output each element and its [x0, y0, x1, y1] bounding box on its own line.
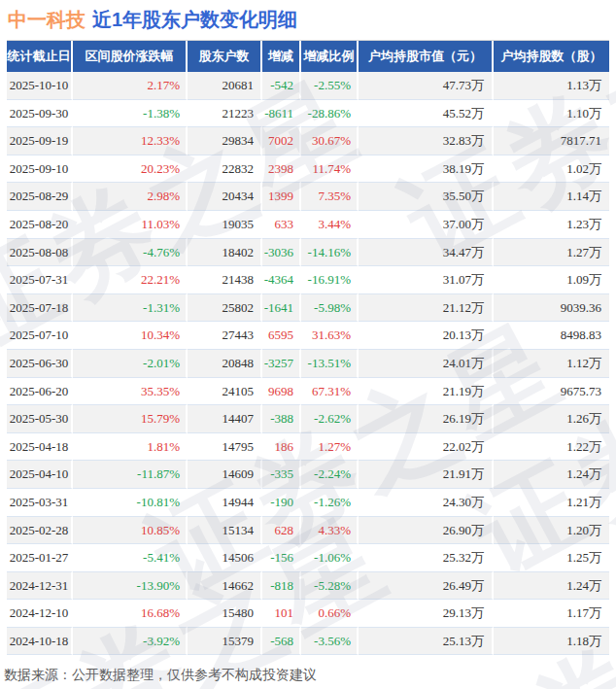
- price-change-cell: 10.34%: [73, 322, 188, 350]
- holders-table-wrapper: 统计截止日区间股价涨跌幅股东户数增减增减比例户均持股市值（元）户均持股数（股） …: [7, 40, 609, 655]
- price-change-cell: 22.21%: [73, 266, 188, 294]
- date-cell: 2025-05-30: [7, 405, 73, 433]
- holders-delta-cell: 6595: [262, 322, 301, 350]
- date-cell: 2025-01-27: [7, 544, 73, 572]
- avg-market-value-cell: 38.19万: [359, 155, 494, 184]
- holders-count-cell: 14795: [188, 433, 262, 462]
- delta-ratio-cell: -5.28%: [301, 572, 359, 601]
- avg-shares-cell: 1.22万: [494, 433, 609, 462]
- table-row: 2025-08-08-4.76%18402-3036-14.16%34.47万1…: [7, 239, 609, 267]
- holders-count-cell: 19035: [188, 211, 262, 239]
- holders-delta-cell: 2398: [262, 155, 301, 184]
- holders-delta-cell: -3257: [262, 350, 301, 378]
- date-cell: 2025-09-30: [7, 100, 73, 128]
- delta-ratio-cell: -14.16%: [301, 239, 359, 267]
- holders-delta-cell: -156: [262, 544, 301, 572]
- avg-shares-cell: 1.25万: [494, 544, 609, 572]
- delta-ratio-cell: 0.66%: [301, 600, 359, 628]
- date-cell: 2025-07-10: [7, 322, 73, 350]
- delta-ratio-cell: -2.55%: [301, 72, 359, 100]
- avg-shares-cell: 1.02万: [494, 155, 609, 184]
- holders-count-cell: 22832: [188, 155, 262, 184]
- delta-ratio-cell: -2.62%: [301, 405, 359, 433]
- holders-delta-cell: -335: [262, 461, 301, 489]
- table-row: 2024-12-31-13.90%14662-818-5.28%26.49万1.…: [7, 572, 609, 601]
- avg-market-value-cell: 21.91万: [359, 461, 494, 489]
- holders-count-cell: 14609: [188, 461, 262, 489]
- price-change-cell: 1.81%: [73, 433, 188, 462]
- price-change-cell: -1.38%: [73, 100, 188, 128]
- price-change-cell: -13.90%: [73, 572, 188, 601]
- delta-ratio-cell: 4.33%: [301, 517, 359, 545]
- table-row: 2025-04-181.81%147951861.27%22.02万1.22万: [7, 433, 609, 462]
- holders-delta-cell: -1641: [262, 294, 301, 323]
- delta-ratio-cell: -16.91%: [301, 266, 359, 294]
- date-cell: 2025-04-10: [7, 461, 73, 489]
- delta-ratio-cell: -1.06%: [301, 544, 359, 572]
- table-row: 2025-09-1020.23%22832239811.74%38.19万1.0…: [7, 155, 609, 184]
- column-header: 户均持股数（股）: [494, 41, 609, 72]
- table-row: 2025-08-2011.03%190356333.44%37.00万1.23万: [7, 211, 609, 239]
- holders-count-cell: 15379: [188, 628, 262, 656]
- date-cell: 2025-08-29: [7, 183, 73, 211]
- avg-market-value-cell: 31.07万: [359, 266, 494, 294]
- avg-market-value-cell: 26.49万: [359, 572, 494, 601]
- holders-count-cell: 25802: [188, 294, 262, 323]
- holders-delta-cell: -3036: [262, 239, 301, 267]
- holders-delta-cell: 101: [262, 600, 301, 628]
- date-cell: 2025-10-10: [7, 72, 73, 100]
- delta-ratio-cell: -3.56%: [301, 628, 359, 656]
- table-row: 2024-10-18-3.92%15379-568-3.56%25.13万1.1…: [7, 628, 609, 656]
- report-title: 近1年股东户数变化明细: [92, 9, 297, 30]
- price-change-cell: 20.23%: [73, 155, 188, 184]
- delta-ratio-cell: -5.98%: [301, 294, 359, 323]
- avg-market-value-cell: 29.13万: [359, 600, 494, 628]
- avg-shares-cell: 1.12万: [494, 350, 609, 378]
- avg-shares-cell: 1.20万: [494, 517, 609, 545]
- table-row: 2025-05-3015.79%14407-388-2.62%26.19万1.2…: [7, 405, 609, 433]
- date-cell: 2025-06-20: [7, 378, 73, 406]
- price-change-cell: 2.17%: [73, 72, 188, 100]
- date-cell: 2025-07-18: [7, 294, 73, 323]
- table-row: 2025-02-2810.85%151346284.33%26.90万1.20万: [7, 517, 609, 545]
- column-header: 增减: [262, 41, 301, 72]
- avg-shares-cell: 8498.83: [494, 322, 609, 350]
- date-cell: 2025-09-10: [7, 155, 73, 184]
- price-change-cell: 10.85%: [73, 517, 188, 545]
- holders-delta-cell: 186: [262, 433, 301, 462]
- holders-delta-cell: -8611: [262, 100, 301, 128]
- avg-shares-cell: 1.14万: [494, 183, 609, 211]
- avg-shares-cell: 1.17万: [494, 600, 609, 628]
- holders-count-cell: 24105: [188, 378, 262, 406]
- holders-delta-cell: -190: [262, 489, 301, 517]
- avg-shares-cell: 7817.71: [494, 127, 609, 155]
- price-change-cell: -2.01%: [73, 350, 188, 378]
- holders-count-cell: 29834: [188, 127, 262, 155]
- date-cell: 2024-12-31: [7, 572, 73, 601]
- delta-ratio-cell: 11.74%: [301, 155, 359, 184]
- delta-ratio-cell: -13.51%: [301, 350, 359, 378]
- column-header: 增减比例: [301, 41, 359, 72]
- avg-market-value-cell: 35.50万: [359, 183, 494, 211]
- avg-market-value-cell: 22.02万: [359, 433, 494, 462]
- holders-count-cell: 14662: [188, 572, 262, 601]
- avg-market-value-cell: 45.52万: [359, 100, 494, 128]
- avg-market-value-cell: 47.73万: [359, 72, 494, 100]
- date-cell: 2025-08-20: [7, 211, 73, 239]
- header-row: 统计截止日区间股价涨跌幅股东户数增减增减比例户均持股市值（元）户均持股数（股）: [7, 41, 609, 72]
- page-title: 中一科技近1年股东户数变化明细: [8, 7, 297, 33]
- delta-ratio-cell: 31.63%: [301, 322, 359, 350]
- date-cell: 2025-09-19: [7, 127, 73, 155]
- delta-ratio-cell: -1.26%: [301, 489, 359, 517]
- holders-delta-cell: 9698: [262, 378, 301, 406]
- avg-shares-cell: 1.10万: [494, 100, 609, 128]
- table-row: 2025-03-31-10.81%14944-190-1.26%24.30万1.…: [7, 489, 609, 517]
- table-row: 2025-07-1010.34%27443659531.63%20.13万849…: [7, 322, 609, 350]
- price-change-cell: -11.87%: [73, 461, 188, 489]
- table-body: 2025-10-102.17%20681-542-2.55%47.73万1.13…: [7, 72, 609, 655]
- holders-count-cell: 14407: [188, 405, 262, 433]
- avg-shares-cell: 1.24万: [494, 572, 609, 601]
- price-change-cell: 12.33%: [73, 127, 188, 155]
- table-row: 2025-07-3122.21%21438-4364-16.91%31.07万1…: [7, 266, 609, 294]
- avg-shares-cell: 1.13万: [494, 72, 609, 100]
